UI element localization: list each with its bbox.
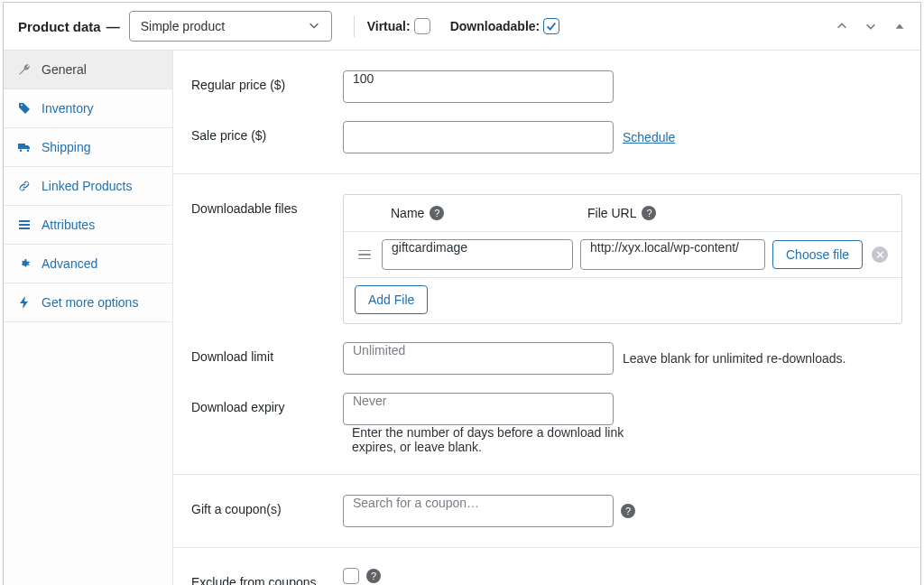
tab-label: Attributes — [42, 218, 95, 232]
virtual-label: Virtual: — [367, 19, 411, 33]
divider-1 — [173, 173, 920, 174]
panel-collapse-nav — [832, 16, 910, 36]
download-expiry-help: Enter the number of days before a downlo… — [352, 425, 641, 454]
row-gift-coupon: Gift a coupon(s) Search for a coupon… ? — [173, 486, 920, 536]
drag-handle-icon[interactable] — [355, 250, 374, 260]
col-url-label: File URL — [587, 206, 636, 220]
download-expiry-label: Download expiry — [191, 393, 343, 414]
virtual-option: Virtual: — [367, 18, 430, 34]
downloadable-file-row: giftcardimage http://xyx.local/wp-conten… — [344, 231, 901, 277]
tab-more-options[interactable]: Get more options — [4, 283, 172, 322]
regular-price-input[interactable]: 100 — [343, 70, 614, 103]
help-icon[interactable]: ? — [430, 206, 444, 220]
downloadable-label: Downloadable: — [450, 19, 541, 33]
tab-advanced[interactable]: Advanced — [4, 245, 172, 283]
tag-icon — [16, 100, 32, 116]
divider-2 — [173, 474, 920, 475]
downloadable-files-label: Downloadable files — [191, 194, 343, 216]
downloadable-option: Downloadable: — [450, 18, 560, 34]
tab-shipping[interactable]: Shipping — [4, 128, 172, 167]
gift-coupon-select[interactable]: Search for a coupon… — [343, 495, 614, 527]
gift-coupon-label: Gift a coupon(s) — [191, 495, 343, 516]
product-type-select[interactable]: Simple product — [129, 11, 332, 42]
dl-table-header: Name ? File URL ? — [344, 195, 901, 231]
product-data-panel: Product data — Simple product Virtual: D… — [3, 2, 921, 585]
dl-table-footer: Add File — [344, 277, 901, 323]
gear-icon — [16, 255, 32, 272]
chevron-down-icon — [308, 19, 320, 34]
row-download-limit: Download limit Unlimited Leave blank for… — [173, 333, 920, 384]
row-download-expiry: Download expiry Never Enter the number o… — [173, 384, 920, 463]
tab-inventory[interactable]: Inventory — [4, 89, 172, 128]
row-exclude-coupons: Exclude from coupons ? — [173, 559, 920, 585]
tab-label: General — [42, 62, 87, 77]
download-limit-input[interactable]: Unlimited — [343, 342, 614, 375]
panel-header: Product data — Simple product Virtual: D… — [4, 3, 920, 51]
panel-nav-down[interactable] — [861, 16, 881, 36]
row-sale-price: Sale price ($) Schedule — [173, 112, 920, 162]
tab-label: Linked Products — [42, 179, 132, 193]
help-icon[interactable]: ? — [366, 569, 381, 583]
truck-icon — [16, 139, 32, 155]
row-regular-price: Regular price ($) 100 — [173, 51, 920, 112]
bolt-icon — [16, 294, 32, 311]
download-limit-label: Download limit — [191, 342, 343, 364]
panel-nav-up[interactable] — [832, 16, 852, 36]
download-expiry-input[interactable]: Never — [343, 393, 614, 425]
product-tabs: General Inventory Shipping Linked Produc… — [4, 51, 173, 585]
divider-3 — [173, 547, 920, 548]
header-divider — [354, 15, 355, 37]
downloadable-checkbox[interactable] — [543, 18, 559, 34]
file-name-input[interactable]: giftcardimage — [382, 239, 573, 270]
virtual-checkbox[interactable] — [414, 18, 430, 34]
help-icon[interactable]: ? — [642, 206, 656, 220]
panel-title: Product data — [18, 19, 101, 34]
exclude-coupons-checkbox[interactable] — [343, 568, 359, 584]
tab-label: Inventory — [42, 101, 94, 116]
tab-label: Get more options — [42, 295, 138, 310]
tab-label: Advanced — [42, 256, 97, 271]
panel-collapse-toggle[interactable] — [890, 16, 910, 36]
tab-attributes[interactable]: Attributes — [4, 206, 172, 245]
title-dash: — — [106, 19, 120, 34]
tab-linked[interactable]: Linked Products — [4, 167, 172, 206]
regular-price-label: Regular price ($) — [191, 70, 343, 92]
choose-file-button[interactable]: Choose file — [772, 240, 863, 269]
sale-price-label: Sale price ($) — [191, 121, 343, 143]
delete-file-icon[interactable]: ✕ — [872, 246, 888, 263]
file-url-input[interactable]: http://xyx.local/wp-content/ — [580, 239, 765, 270]
tab-label: Shipping — [42, 140, 91, 154]
sale-price-input[interactable] — [343, 121, 614, 153]
tab-content-general: Regular price ($) 100 Sale price ($) Sch… — [173, 51, 920, 585]
panel-body: General Inventory Shipping Linked Produc… — [4, 51, 920, 585]
link-icon — [16, 178, 32, 194]
downloadable-files-table: Name ? File URL ? giftcardimage http:/ — [343, 194, 902, 324]
download-limit-help: Leave blank for unlimited re-downloads. — [623, 351, 845, 366]
tab-general[interactable]: General — [4, 51, 172, 89]
help-icon[interactable]: ? — [621, 504, 635, 518]
svg-marker-0 — [896, 23, 904, 28]
list-icon — [16, 217, 32, 233]
schedule-sale-link[interactable]: Schedule — [623, 130, 675, 144]
product-type-value: Simple product — [141, 19, 225, 33]
wrench-icon — [16, 61, 32, 78]
exclude-coupons-label: Exclude from coupons — [191, 568, 343, 585]
row-downloadable-files: Downloadable files Name ? File URL ? — [173, 185, 920, 333]
col-name-label: Name — [391, 206, 424, 220]
add-file-button[interactable]: Add File — [355, 285, 428, 314]
